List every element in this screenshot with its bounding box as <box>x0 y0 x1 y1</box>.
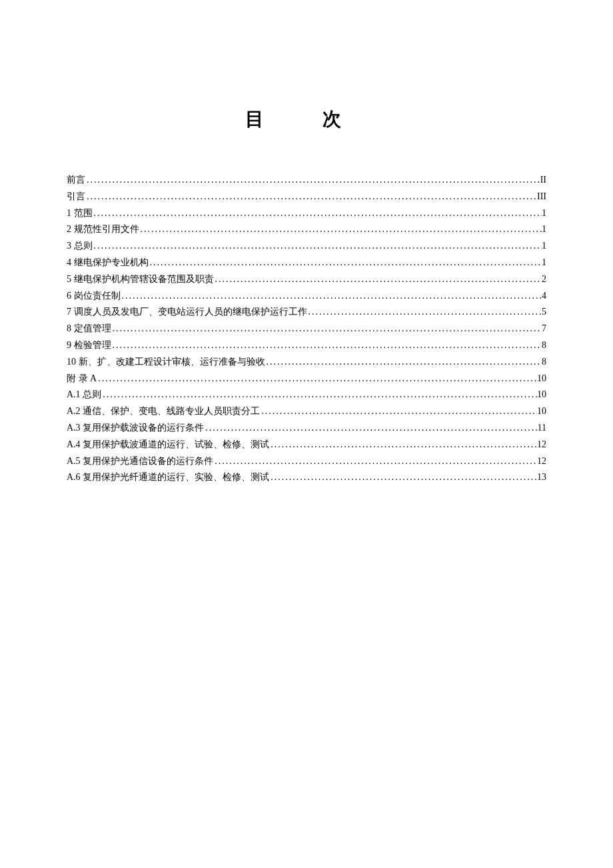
toc-entry: 引言III <box>67 189 546 205</box>
toc-entry-page: 4 <box>542 288 546 304</box>
toc-entry-label: 10 新、扩、改建工程设计审核、运行准备与验收 <box>67 354 265 370</box>
toc-entry-page: 5 <box>542 304 546 320</box>
toc-entry-label: A.4 复用保护载波通道的运行、试验、检修、测试 <box>67 437 269 453</box>
toc-leader-dots <box>85 172 540 188</box>
toc-entry-label: 1 范围 <box>67 205 93 221</box>
toc-entry: 8 定值管理7 <box>67 321 546 337</box>
toc-entry: A.3 复用保护载波设备的运行条件11 <box>67 420 546 436</box>
toc-entry-label: A.6 复用保护光纤通道的运行、实验、检修、测试 <box>67 469 269 485</box>
toc-entry-page: 12 <box>537 453 546 469</box>
toc-leader-dots <box>269 469 537 485</box>
toc-entry-label: 8 定值管理 <box>67 321 111 337</box>
toc-leader-dots <box>213 453 537 469</box>
toc-entry-label: 3 总则 <box>67 238 93 254</box>
toc-entry-label: 9 检验管理 <box>67 337 111 353</box>
toc-entry: A.4 复用保护载波通道的运行、试验、检修、测试12 <box>67 437 546 453</box>
toc-entry-page: 2 <box>542 271 546 287</box>
toc-entry: 1 范围1 <box>67 205 546 221</box>
toc-entry-label: 附 录 A <box>67 371 97 387</box>
toc-entry: A.2 通信、保护、变电、线路专业人员职责分工10 <box>67 403 546 419</box>
toc-leader-dots <box>101 387 537 403</box>
toc-entry-page: 12 <box>537 437 546 453</box>
toc-entry: A.5 复用保护光通信设备的运行条件12 <box>67 453 546 469</box>
toc-leader-dots <box>85 189 537 205</box>
toc-entry: 2 规范性引用文件1 <box>67 221 546 237</box>
toc-entry: 3 总则1 <box>67 238 546 254</box>
toc-leader-dots <box>204 420 537 436</box>
toc-entry-label: 前言 <box>67 172 85 188</box>
toc-entry-page: III <box>537 189 546 205</box>
toc-entry-label: A.1 总则 <box>67 387 101 403</box>
toc-entry-label: 4 继电保护专业机构 <box>67 255 149 271</box>
toc-entry: 附 录 A10 <box>67 371 546 387</box>
toc-entry-page: 1 <box>542 221 546 237</box>
toc-leader-dots <box>93 238 542 254</box>
toc-entry: A.1 总则10 <box>67 387 546 403</box>
toc-entry-label: 5 继电保护机构管辖设备范围及职责 <box>67 271 214 287</box>
toc-entry-page: 7 <box>542 321 546 337</box>
toc-entry-page: 1 <box>542 255 546 271</box>
toc-title: 目 次 <box>67 107 546 132</box>
table-of-contents: 前言II引言III1 范围12 规范性引用文件13 总则14 继电保护专业机构1… <box>67 172 546 485</box>
toc-leader-dots <box>214 271 542 287</box>
toc-entry-label: A.2 通信、保护、变电、线路专业人员职责分工 <box>67 403 260 419</box>
toc-leader-dots <box>111 337 542 353</box>
toc-entry: 6 岗位责任制4 <box>67 288 546 304</box>
toc-leader-dots <box>307 304 542 320</box>
toc-leader-dots <box>265 354 542 370</box>
toc-entry: 前言II <box>67 172 546 188</box>
toc-entry-page: 11 <box>538 420 546 436</box>
toc-entry-page: 10 <box>537 371 546 387</box>
toc-entry-label: A.5 复用保护光通信设备的运行条件 <box>67 453 213 469</box>
toc-leader-dots <box>93 205 542 221</box>
toc-entry: A.6 复用保护光纤通道的运行、实验、检修、测试13 <box>67 469 546 485</box>
toc-entry-label: 7 调度人员及发电厂、变电站运行人员的继电保护运行工作 <box>67 304 307 320</box>
toc-entry-page: 8 <box>542 354 546 370</box>
toc-entry-label: 引言 <box>67 189 85 205</box>
toc-entry-label: A.3 复用保护载波设备的运行条件 <box>67 420 204 436</box>
toc-entry-page: 10 <box>537 403 546 419</box>
toc-entry-page: 1 <box>542 205 546 221</box>
document-page: 目 次 前言II引言III1 范围12 规范性引用文件13 总则14 继电保护专… <box>0 0 613 485</box>
toc-entry-page: 10 <box>537 387 546 403</box>
toc-entry: 7 调度人员及发电厂、变电站运行人员的继电保护运行工作5 <box>67 304 546 320</box>
toc-leader-dots <box>269 437 537 453</box>
toc-entry-page: II <box>540 172 546 188</box>
toc-leader-dots <box>111 321 542 337</box>
toc-leader-dots <box>260 403 537 419</box>
toc-entry: 10 新、扩、改建工程设计审核、运行准备与验收8 <box>67 354 546 370</box>
toc-entry-page: 1 <box>542 238 546 254</box>
toc-entry-page: 8 <box>542 337 546 353</box>
toc-entry: 9 检验管理8 <box>67 337 546 353</box>
toc-entry-page: 13 <box>537 469 546 485</box>
toc-leader-dots <box>149 255 542 271</box>
toc-leader-dots <box>121 288 542 304</box>
toc-leader-dots <box>139 221 542 237</box>
toc-leader-dots <box>97 371 537 387</box>
toc-entry-label: 2 规范性引用文件 <box>67 221 139 237</box>
toc-entry-label: 6 岗位责任制 <box>67 288 121 304</box>
toc-entry: 4 继电保护专业机构1 <box>67 255 546 271</box>
toc-entry: 5 继电保护机构管辖设备范围及职责2 <box>67 271 546 287</box>
